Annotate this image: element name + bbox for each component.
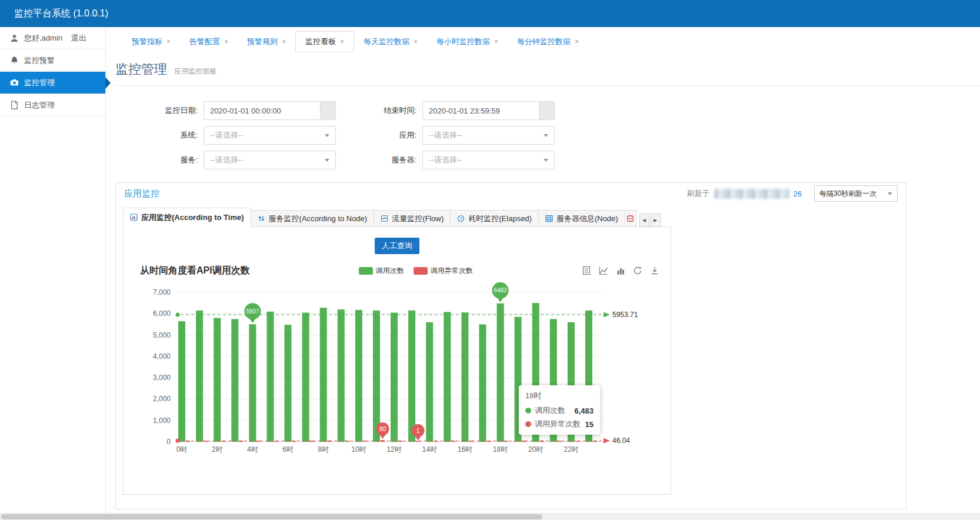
tabs-scroll-right-button[interactable]: ▶: [651, 214, 661, 227]
refresh-interval-select[interactable]: 每隔30秒刷新一次: [814, 185, 898, 202]
tab-service-monitor-node[interactable]: 服务监控(According to Node): [251, 210, 375, 227]
tab-server-info-node[interactable]: 服务器信息(Node): [538, 210, 625, 227]
start-date-input[interactable]: [204, 101, 321, 120]
refresh-time-redacted: [714, 189, 789, 199]
tab-app-monitor-time[interactable]: 应用监控(According to Time): [123, 208, 251, 227]
close-icon[interactable]: ×: [414, 38, 418, 46]
app-header: 监控平台系统 (1.0.0.1): [0, 0, 980, 27]
tab-alert-metrics[interactable]: 预警指标 ×: [122, 31, 180, 52]
end-label: 结束时间:: [340, 105, 422, 116]
tab-alert-rules[interactable]: 预警规则 ×: [238, 31, 295, 52]
svg-text:0: 0: [166, 438, 171, 446]
chart-tooltip: 18时 调用次数 6,483 调用异常次数 15: [519, 385, 600, 435]
close-icon[interactable]: ×: [494, 38, 498, 46]
scrollbar-thumb[interactable]: [1, 514, 542, 519]
svg-text:6483: 6483: [494, 287, 507, 294]
end-date-input[interactable]: [422, 101, 539, 120]
plot-area: 01,0002,0003,0004,0005,0006,0007,0000时2时…: [131, 281, 663, 473]
bar-chart-icon[interactable]: [616, 266, 625, 275]
sidebar-item-log-mgmt[interactable]: 日志管理: [0, 94, 105, 116]
page-subtitle: 应用监控面板: [174, 67, 216, 75]
end-date-picker-button[interactable]: [539, 101, 555, 120]
tab-stub-clipped[interactable]: [625, 210, 636, 227]
tabstrip: 预警指标 × 告警配置 × 预警规则 × 监控看板 × 每天监控数据 × 每小时…: [115, 31, 980, 52]
refresh-prefix: 刷新于: [687, 188, 710, 199]
updown-arrows-icon: [258, 215, 265, 222]
tab-label: 告警配置: [189, 36, 220, 47]
tab-alarm-config[interactable]: 告警配置 ×: [180, 31, 238, 52]
chevron-right-icon: ▶: [654, 218, 657, 223]
tab-elapsed-monitor[interactable]: 耗时监控(Elapsed): [450, 210, 539, 227]
flow-icon: [381, 215, 388, 222]
horizontal-scrollbar[interactable]: [0, 513, 980, 520]
tab-label: 每天监控数据: [364, 36, 409, 47]
svg-text:22时: 22时: [564, 445, 578, 454]
svg-text:6时: 6时: [282, 445, 294, 454]
tab-daily-data[interactable]: 每天监控数据 ×: [354, 31, 427, 52]
svg-text:18时: 18时: [493, 445, 508, 454]
bar-chart: 01,0002,0003,0004,0005,0006,0007,0000时2时…: [131, 281, 663, 471]
close-icon[interactable]: ×: [340, 38, 344, 46]
tab-flow-monitor[interactable]: 流量监控(Flow): [374, 210, 451, 227]
filter-form: 监控日期: 结束时间: 系统: --请选择-- 应用: --请选择-- 服务:: [115, 101, 980, 169]
close-icon[interactable]: ×: [224, 38, 228, 46]
sidebar-item-alerts[interactable]: 监控预警: [0, 49, 105, 72]
tab-label: 每分钟监控数据: [517, 36, 571, 47]
legend-item-calls[interactable]: 调用次数: [359, 266, 404, 276]
logout-link[interactable]: 退出: [71, 33, 86, 44]
page-head: 监控管理 应用监控面板: [115, 61, 980, 78]
refresh-status: 刷新于 26 每隔30秒刷新一次: [687, 185, 898, 202]
monitor-tabs: 应用监控(According to Time) 服务监控(According t…: [123, 208, 671, 227]
line-chart-icon[interactable]: [599, 266, 608, 275]
start-date-picker-button[interactable]: [321, 101, 336, 120]
download-icon[interactable]: [650, 266, 659, 275]
tooltip-title: 18时: [525, 391, 594, 401]
date-label: 监控日期:: [115, 105, 204, 116]
tooltip-row-calls: 调用次数 6,483: [525, 405, 594, 416]
legend-item-errors[interactable]: 调用异常次数: [414, 266, 473, 276]
tab-hourly-data[interactable]: 每小时监控数据 ×: [427, 31, 508, 52]
svg-text:0时: 0时: [176, 445, 188, 454]
svg-text:4,000: 4,000: [153, 352, 171, 361]
sidebar: 您好,admin 退出 监控预警 监控管理 日志管理: [0, 27, 106, 513]
close-icon[interactable]: ×: [282, 38, 286, 46]
system-select[interactable]: --请选择--: [204, 126, 336, 145]
chevron-down-icon: [544, 134, 548, 137]
main-content: 预警指标 × 告警配置 × 预警规则 × 监控看板 × 每天监控数据 × 每小时…: [106, 27, 980, 513]
user-icon: [10, 34, 19, 42]
clock-icon: [457, 215, 465, 222]
tab-label: 每小时监控数据: [436, 36, 490, 47]
sidebar-item-monitor-mgmt[interactable]: 监控管理: [0, 72, 105, 94]
close-icon[interactable]: ×: [575, 38, 579, 46]
svg-text:6,000: 6,000: [153, 309, 171, 318]
close-icon[interactable]: ×: [166, 38, 171, 46]
chart-title: 从时间角度看API调用次数: [140, 265, 250, 277]
svg-text:2时: 2时: [212, 445, 223, 454]
tab-minute-data[interactable]: 每分钟监控数据 ×: [508, 31, 588, 52]
chart-legend: 调用次数 调用异常次数: [359, 266, 473, 276]
chevron-left-icon: ◀: [642, 218, 646, 223]
svg-text:2,000: 2,000: [153, 395, 171, 403]
tab-monitor-dashboard[interactable]: 监控看板 ×: [295, 31, 354, 52]
system-label: 系统:: [115, 130, 204, 141]
server-select[interactable]: --请选择--: [422, 151, 555, 169]
chevron-down-icon: [544, 159, 548, 162]
sidebar-user: 您好,admin 退出: [0, 27, 105, 49]
app-select[interactable]: --请选择--: [422, 126, 555, 145]
legend-swatch-green: [359, 267, 373, 275]
green-dot-icon: [525, 408, 531, 414]
data-view-icon[interactable]: [582, 266, 591, 275]
chevron-down-icon: [325, 134, 329, 137]
camera-icon: [10, 78, 19, 87]
sidebar-item-label: 监控管理: [24, 78, 55, 88]
refresh-icon[interactable]: [633, 266, 642, 275]
app-title: 监控平台系统 (1.0.0.1): [14, 8, 108, 20]
tabs-scroll-left-button[interactable]: ◀: [639, 214, 649, 227]
manual-query-button[interactable]: 人工查询: [375, 238, 419, 254]
svg-text:20时: 20时: [528, 445, 543, 454]
document-icon: [10, 101, 19, 109]
svg-text:46.04: 46.04: [612, 436, 630, 445]
service-select[interactable]: --请选择--: [204, 151, 336, 169]
svg-text:80: 80: [379, 426, 386, 432]
sidebar-item-label: 日志管理: [24, 100, 55, 111]
